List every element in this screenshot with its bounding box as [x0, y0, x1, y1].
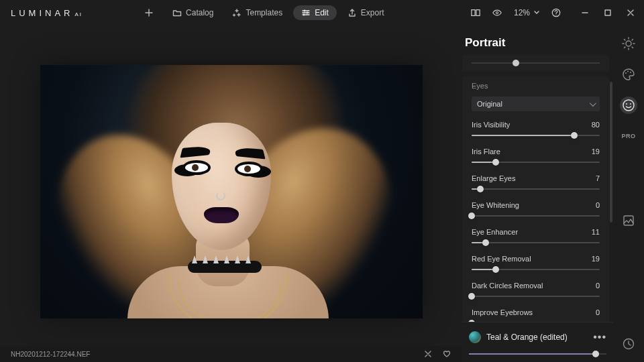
svg-rect-0 — [472, 10, 475, 16]
photo-preview[interactable] — [40, 65, 423, 318]
image-icon — [622, 214, 635, 227]
templates-label: Templates — [246, 8, 282, 17]
catalog-label: Catalog — [186, 8, 213, 17]
slider-eye-enhancer[interactable]: Eye Enhancer11 — [462, 225, 609, 252]
slider-value: 19 — [592, 255, 600, 263]
slider-value: 0 — [596, 308, 600, 316]
template-more-button[interactable]: ••• — [593, 331, 606, 343]
slider-iris-visibility[interactable]: Iris Visibility80 — [462, 118, 609, 145]
pro-label: PRO — [621, 133, 635, 139]
history-tool[interactable] — [620, 335, 637, 353]
slider-enlarge-eyes[interactable]: Enlarge Eyes7 — [462, 172, 609, 198]
eye-icon[interactable] — [492, 8, 502, 17]
slider-value: 7 — [596, 174, 600, 182]
panel-title: Portrait — [462, 25, 613, 55]
slider-value: 11 — [592, 228, 600, 236]
filename-label: NH20201212-172244.NEF — [11, 351, 90, 358]
svg-point-10 — [626, 103, 627, 105]
brand-name: LUMINAR — [11, 8, 74, 18]
slider-value: 19 — [592, 147, 600, 156]
essentials-tool[interactable] — [620, 35, 637, 52]
close-button[interactable] — [625, 7, 636, 18]
slider-label: Dark Circles Removal — [472, 282, 543, 290]
iris-color-value: Original — [477, 100, 502, 108]
edit-label: Edit — [315, 8, 329, 17]
portrait-tool[interactable] — [620, 97, 637, 114]
slider-value: 0 — [596, 282, 600, 290]
svg-rect-1 — [476, 10, 480, 16]
previous-tool-card — [462, 55, 609, 71]
slider-label: Eye Whitening — [472, 201, 519, 209]
minimize-button[interactable] — [580, 7, 590, 18]
slider-value: 80 — [592, 121, 600, 129]
sun-icon — [621, 36, 636, 51]
clock-icon — [622, 337, 635, 351]
main-area: NH20201212-172244.NEF Portrait Eyes Orig… — [0, 25, 644, 362]
footer-bar: NH20201212-172244.NEF — [0, 346, 462, 362]
slider-improve-eyebrows[interactable]: Improve Eyebrows0 — [462, 306, 609, 322]
template-name: Teal & Orange (edited) — [486, 333, 568, 342]
collapsed-slider[interactable] — [472, 55, 600, 71]
favorite-button[interactable] — [443, 350, 451, 358]
slider-label: Iris Visibility — [472, 121, 510, 129]
slider-label: Enlarge Eyes — [472, 174, 515, 182]
slider-label: Red Eye Removal — [472, 255, 531, 263]
eyes-section-label: Eyes — [462, 76, 609, 94]
edit-panel: Portrait Eyes Original Iris Visibility80… — [462, 25, 613, 362]
slider-red-eye-removal[interactable]: Red Eye Removal19 — [462, 252, 609, 279]
window-controls — [580, 7, 636, 18]
folder-icon — [172, 8, 182, 17]
top-right-controls: 12% — [471, 7, 639, 18]
slider-eye-whitening[interactable]: Eye Whitening0 — [462, 198, 609, 225]
sparkle-icon — [232, 8, 241, 17]
panel-scrollbar[interactable] — [610, 82, 612, 223]
palette-icon — [621, 67, 636, 82]
pro-tool[interactable]: PRO — [620, 127, 637, 145]
slider-label: Improve Eyebrows — [472, 308, 533, 316]
slider-iris-flare[interactable]: Iris Flare19 — [462, 145, 609, 172]
export-label: Export — [361, 8, 384, 17]
svg-point-11 — [630, 103, 631, 105]
slider-label: Iris Flare — [472, 147, 500, 156]
compare-icon[interactable] — [471, 8, 480, 17]
svg-point-9 — [623, 100, 634, 111]
export-tab[interactable]: Export — [339, 5, 392, 20]
slider-label: Eye Enhancer — [472, 228, 518, 236]
applied-template-row[interactable]: Teal & Orange (edited) ••• — [462, 322, 613, 351]
maximize-button[interactable] — [602, 7, 613, 18]
templates-tab[interactable]: Templates — [224, 5, 290, 20]
slider-dark-circles-removal[interactable]: Dark Circles Removal0 — [462, 279, 609, 306]
export-icon — [347, 8, 357, 17]
help-icon[interactable] — [551, 8, 561, 17]
tool-sidebar: PRO — [613, 25, 644, 362]
brand-suffix: AI — [75, 11, 83, 17]
sliders-icon — [301, 8, 311, 17]
zoom-value: 12% — [514, 8, 530, 17]
template-amount-slider[interactable] — [462, 351, 613, 362]
chevron-down-icon — [534, 11, 539, 15]
add-button[interactable] — [136, 5, 162, 20]
catalog-tab[interactable]: Catalog — [164, 5, 221, 20]
iris-color-select[interactable]: Original — [472, 97, 600, 111]
creative-tool[interactable] — [620, 66, 637, 83]
svg-rect-4 — [605, 10, 610, 15]
top-bar: LUMINAR AI Catalog Templates Edit — [0, 0, 644, 25]
svg-point-5 — [626, 41, 631, 46]
svg-point-6 — [625, 72, 627, 74]
svg-point-8 — [630, 72, 631, 73]
edit-tab[interactable]: Edit — [293, 5, 337, 20]
canvas-area: NH20201212-172244.NEF — [0, 25, 462, 362]
main-nav: Catalog Templates Edit Export — [136, 5, 392, 20]
face-smile-icon — [622, 99, 635, 112]
overlay-tool[interactable] — [620, 212, 637, 229]
reject-button[interactable] — [424, 350, 432, 358]
zoom-dropdown[interactable]: 12% — [514, 8, 539, 17]
svg-point-7 — [627, 71, 629, 72]
slider-value: 0 — [596, 201, 600, 209]
app-brand: LUMINAR AI — [5, 8, 83, 18]
template-thumb-icon — [469, 331, 481, 343]
plus-icon — [144, 8, 154, 17]
svg-point-2 — [496, 11, 498, 13]
eyes-card: Eyes Original Iris Visibility80Iris Flar… — [462, 76, 609, 322]
